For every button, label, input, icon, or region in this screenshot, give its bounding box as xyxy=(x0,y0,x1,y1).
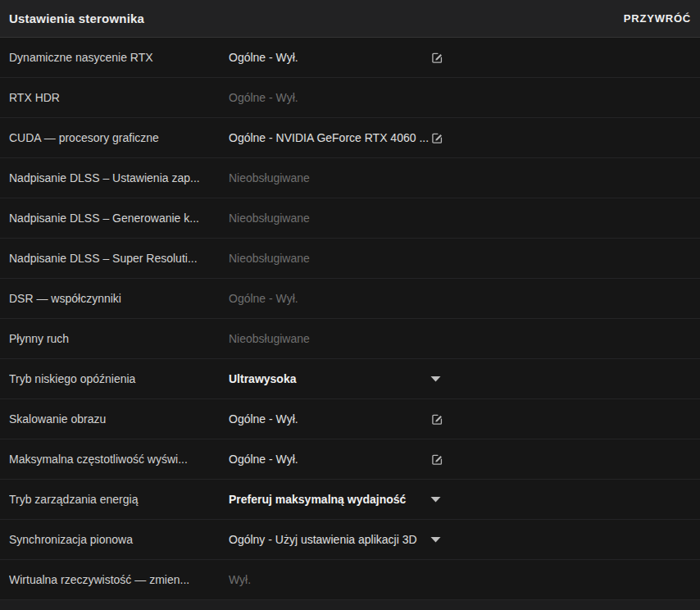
settings-row: DSR — współczynnikiOgólne - Wył. xyxy=(0,279,700,319)
setting-value: Nieobsługiwane xyxy=(229,212,430,225)
edit-icon[interactable] xyxy=(430,412,447,426)
settings-list: Dynamiczne nasycenie RTXOgólne - Wył.RTX… xyxy=(0,38,700,600)
setting-label: Tryb zarządzania energią xyxy=(9,493,229,506)
setting-value: Ogólne - Wył. xyxy=(229,91,430,104)
restore-button[interactable]: PRZYWRÓĆ xyxy=(624,9,691,28)
settings-row: Wirtualna rzeczywistość — zmien...Wył. xyxy=(0,560,700,600)
next-row-partial xyxy=(0,600,700,610)
settings-row[interactable]: Tryb zarządzania energiąPreferuj maksyma… xyxy=(0,480,700,520)
setting-label: DSR — współczynniki xyxy=(9,292,229,305)
settings-row: Nadpisanie DLSS – Generowanie k...Nieobs… xyxy=(0,198,700,239)
setting-label: RTX HDR xyxy=(9,91,229,104)
settings-row: RTX HDROgólne - Wył. xyxy=(0,78,700,118)
setting-value: Nieobsługiwane xyxy=(229,332,430,345)
setting-label: CUDA — procesory graficzne xyxy=(9,131,229,144)
settings-row[interactable]: Dynamiczne nasycenie RTXOgólne - Wył. xyxy=(0,38,700,78)
setting-value: Ogólne - Wył. xyxy=(229,453,430,466)
page-title: Ustawienia sterownika xyxy=(9,11,144,25)
setting-value: Nieobsługiwane xyxy=(229,252,430,265)
setting-value[interactable]: Preferuj maksymalną wydajność xyxy=(229,493,430,506)
driver-settings-panel: Ustawienia sterownika PRZYWRÓĆ Dynamiczn… xyxy=(0,0,700,610)
settings-row[interactable]: CUDA — procesory graficzneOgólne - NVIDI… xyxy=(0,118,700,158)
edit-icon[interactable] xyxy=(430,453,447,467)
setting-label: Nadpisanie DLSS – Super Resoluti... xyxy=(9,252,229,265)
setting-label: Nadpisanie DLSS – Ustawienia zap... xyxy=(9,171,229,184)
setting-label: Skalowanie obrazu xyxy=(9,412,229,426)
settings-row: Płynny ruchNieobsługiwane xyxy=(0,319,700,359)
chevron-down-icon[interactable] xyxy=(430,496,447,503)
setting-label: Płynny ruch xyxy=(9,332,229,345)
setting-label: Synchronizacja pionowa xyxy=(9,533,229,546)
edit-icon[interactable] xyxy=(430,131,447,145)
setting-value: Ogólne - NVIDIA GeForce RTX 4060 ... xyxy=(229,131,430,144)
setting-label: Dynamiczne nasycenie RTX xyxy=(9,51,229,64)
setting-value[interactable]: Ogólny - Użyj ustawienia aplikacji 3D xyxy=(229,533,430,546)
setting-label: Maksymalna częstotliwość wyświ... xyxy=(9,453,229,466)
panel-header: Ustawienia sterownika PRZYWRÓĆ xyxy=(0,0,700,38)
edit-icon[interactable] xyxy=(430,51,447,65)
settings-row[interactable]: Maksymalna częstotliwość wyświ...Ogólne … xyxy=(0,439,700,480)
setting-value: Wył. xyxy=(229,573,430,586)
setting-label: Tryb niskiego opóźnienia xyxy=(9,372,229,385)
setting-value[interactable]: Ultrawysoka xyxy=(229,372,430,385)
setting-label: Nadpisanie DLSS – Generowanie k... xyxy=(9,212,229,225)
setting-value: Nieobsługiwane xyxy=(229,171,430,184)
chevron-down-icon[interactable] xyxy=(430,376,447,382)
settings-row: Nadpisanie DLSS – Super Resoluti...Nieob… xyxy=(0,239,700,279)
settings-row: Nadpisanie DLSS – Ustawienia zap...Nieob… xyxy=(0,158,700,198)
setting-value: Ogólne - Wył. xyxy=(229,292,430,305)
settings-row[interactable]: Synchronizacja pionowaOgólny - Użyj usta… xyxy=(0,520,700,560)
setting-label: Wirtualna rzeczywistość — zmien... xyxy=(9,573,229,586)
settings-row[interactable]: Tryb niskiego opóźnieniaUltrawysoka xyxy=(0,359,700,399)
setting-value: Ogólne - Wył. xyxy=(229,51,430,64)
settings-row[interactable]: Skalowanie obrazuOgólne - Wył. xyxy=(0,399,700,439)
chevron-down-icon[interactable] xyxy=(430,536,447,543)
setting-value: Ogólne - Wył. xyxy=(229,412,430,426)
